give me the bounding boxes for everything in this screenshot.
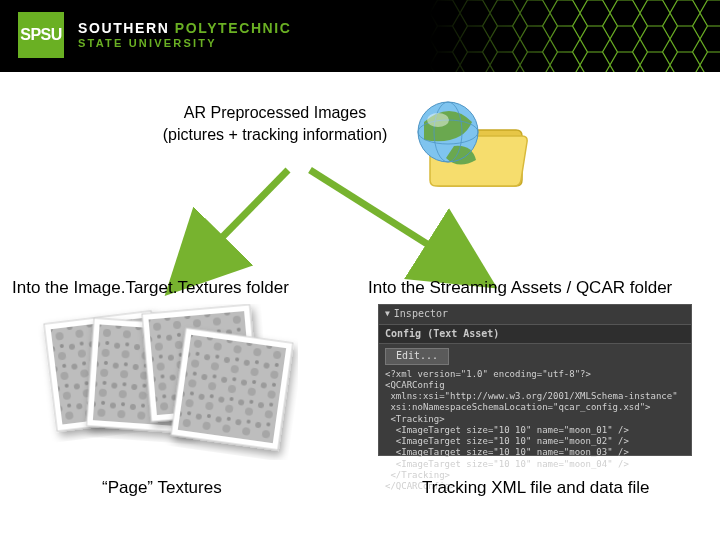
right-column-title: Into the Streaming Assets / QCAR folder: [368, 278, 672, 298]
svg-line-8: [194, 170, 288, 266]
edit-button[interactable]: Edit...: [385, 348, 449, 365]
svg-line-9: [310, 170, 462, 266]
logo-line1-b: POLYTECHNIC: [175, 20, 292, 36]
slide-header: SPSU SOUTHERN POLYTECHNIC STATE UNIVERSI…: [0, 0, 720, 72]
top-caption-line1: AR Preprocessed Images: [150, 102, 400, 124]
right-bottom-caption: Tracking XML file and data file: [422, 478, 649, 498]
logo-text: SOUTHERN POLYTECHNIC STATE UNIVERSITY: [78, 21, 292, 48]
arrow-right: [300, 162, 480, 286]
chevron-down-icon: ▼: [385, 309, 390, 319]
inspector-tab[interactable]: ▼ Inspector: [379, 305, 691, 325]
inspector-tab-label: Inspector: [394, 308, 448, 321]
page-textures-stack: [36, 304, 298, 460]
top-caption: AR Preprocessed Images (pictures + track…: [150, 102, 400, 145]
svg-rect-21: [178, 335, 286, 443]
hex-pattern: [430, 0, 720, 72]
inspector-panel: ▼ Inspector Config (Text Asset) Edit... …: [378, 304, 692, 456]
svg-point-7: [427, 113, 449, 127]
svg-rect-2: [430, 0, 720, 72]
university-logo: SPSU SOUTHERN POLYTECHNIC STATE UNIVERSI…: [18, 12, 292, 58]
left-bottom-caption: “Page” Textures: [102, 478, 222, 498]
inspector-asset-title: Config (Text Asset): [379, 325, 691, 345]
logo-line1-a: SOUTHERN: [78, 20, 175, 36]
arrow-left: [180, 162, 310, 286]
slide-body: AR Preprocessed Images (pictures + track…: [0, 72, 720, 540]
logo-line2: STATE UNIVERSITY: [78, 38, 292, 49]
logo-badge: SPSU: [18, 12, 64, 58]
top-caption-line2: (pictures + tracking information): [150, 124, 400, 146]
left-column-title: Into the Image.Target.Textures folder: [12, 278, 289, 298]
